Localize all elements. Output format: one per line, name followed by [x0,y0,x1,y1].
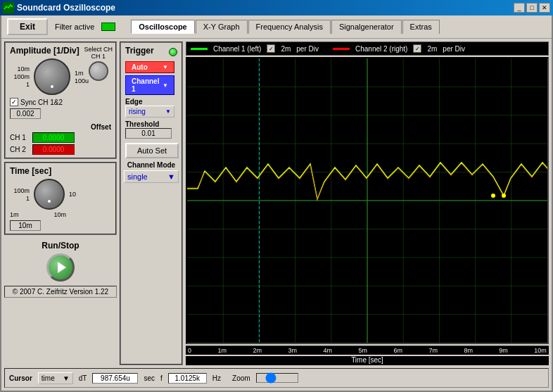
app-title: Soundcard Oszilloscope [17,3,115,13]
trigger-channel-label: Channel 1 [132,77,163,93]
time-tick-9m: 9m [499,347,508,354]
channel-mode-arrow: ▼ [167,172,175,181]
time-tick-5m: 5m [358,347,367,354]
ch1-offset-input[interactable]: 0.0000 [32,132,75,143]
run-stop-section: Run/Stop [4,241,117,282]
time-axis: 0 1m 2m 3m 4m 5m 6m 7m 8m 9m 10m [186,346,549,355]
exit-button[interactable]: Exit [7,18,48,35]
cursor-mode-label: time [42,374,55,382]
sync-checkbox[interactable]: ✓ [10,98,18,106]
time-title: Time [sec] [10,166,111,176]
time-panel: Time [sec] 100m 1 10 1m 10m [4,162,117,235]
time-tick-4m: 4m [323,347,332,354]
ch1-indicator [89,61,108,81]
filter-indicator [101,23,115,31]
time-label-10m: 10m [53,211,66,218]
cursor-dropdown-arrow: ▼ [63,374,70,382]
ch2-per-div-label: per Div [443,45,465,53]
f-value: 1.0125k [168,373,207,384]
tab-frequency-analysis[interactable]: Frequency Analysis [248,20,331,34]
run-stop-label: Run/Stop [42,241,79,251]
edge-dropdown[interactable]: rising ▼ [125,106,174,118]
ch2-visibility-checkbox[interactable]: ✓ [413,44,421,53]
time-tick-1m: 1m [217,347,227,354]
tab-xy-graph[interactable]: X-Y Graph [196,20,248,34]
ch2-offset-input[interactable]: 0.0000 [32,144,75,155]
svg-point-22 [491,194,495,198]
time-knob[interactable] [34,179,65,210]
amplitude-knob[interactable] [34,58,70,95]
time-tick-0: 0 [188,347,191,354]
select-ch-label: Select CH [84,46,113,53]
ch2-bar-label: Channel 2 (right) [355,45,407,53]
trigger-channel-arrow: ▼ [163,82,168,89]
ch1-per-div: 2m [281,45,291,53]
oscilloscope-grid [187,58,547,343]
auto-set-button[interactable]: Auto Set [125,143,179,158]
amp-label-10m: 10m [17,65,30,72]
time-label-1: 1 [26,195,30,202]
edge-label: rising [129,108,146,115]
tab-oscilloscope[interactable]: Oscilloscope [131,20,194,34]
run-stop-button[interactable] [46,253,75,282]
select-ch-area: Select CH CH 1 [84,46,113,81]
time-tick-7m: 7m [428,347,438,354]
offset-title: Offset [10,123,111,131]
cursor-label: Cursor [9,374,32,382]
trigger-mode-arrow: ▼ [163,64,168,70]
ch1-label: CH 1 [91,53,106,60]
trigger-mode-label: Auto [132,63,148,71]
channel-mode-value: single [127,172,148,181]
f-label: f [160,374,163,382]
copyright: © 2007 C. Zeifritz Version 1.22 [4,286,117,298]
close-button[interactable]: ✕ [539,3,550,13]
trigger-panel: Trigger Auto ▼ Channel 1 ▼ Edge [120,42,183,365]
threshold-input[interactable] [125,128,172,139]
cursor-dropdown[interactable]: time ▼ [38,372,73,384]
dt-value: 987.654u [92,373,138,384]
time-axis-label: Time [sec] [351,356,383,364]
ch1-visibility-checkbox[interactable]: ✓ [267,44,275,53]
oscilloscope-display [186,57,549,344]
svg-point-23 [502,194,506,198]
edge-arrow: ▼ [165,108,171,115]
amp-label-1: 1 [26,81,30,88]
channel-mode-title: Channel Mode [127,161,175,169]
sync-row[interactable]: ✓ Sync CH 1&2 [10,98,111,106]
app-icon [3,2,14,13]
channel-mode-dropdown[interactable]: single ▼ [124,170,179,183]
time-small-val[interactable] [10,220,41,231]
ch2-line-indicator [333,48,350,50]
sync-label: Sync CH 1&2 [20,99,63,106]
time-tick-10m: 10m [534,347,547,354]
time-tick-3m: 3m [288,347,297,354]
time-label-10: 10 [69,191,76,198]
bottom-bar: Cursor time ▼ dT 987.654u sec f 1.0125k … [4,368,549,388]
time-tick-6m: 6m [393,347,402,354]
threshold-title: Threshold [125,120,177,128]
trigger-title: Trigger [125,46,154,56]
trigger-mode-dropdown[interactable]: Auto ▼ [125,61,174,73]
amplitude-small-val[interactable] [10,108,41,119]
ch1-line-indicator [191,48,208,50]
dt-label: dT [79,374,87,382]
channel-bar: Channel 1 (left) ✓ 2m per Div Channel 2 … [186,42,549,56]
tab-extras[interactable]: Extras [402,20,440,34]
zoom-slider[interactable] [256,373,298,383]
trigger-channel-dropdown[interactable]: Channel 1 ▼ [125,75,174,95]
time-label-100m: 100m [13,187,30,194]
amp-label-100m: 100m [13,73,30,80]
tab-signalgenerator[interactable]: Signalgenerator [331,20,402,34]
play-icon [58,262,66,273]
maximize-button[interactable]: □ [526,3,538,13]
title-bar: Soundcard Oszilloscope _ □ ✕ [0,0,553,15]
amplitude-panel: Amplitude [1/Div] 10m 100m 1 1m [4,42,117,159]
minimize-button[interactable]: _ [514,3,525,13]
zoom-label: Zoom [232,374,250,382]
time-tick-8m: 8m [464,347,473,354]
ch1-offset-label: CH 1 [10,134,30,141]
ch2-offset-label: CH 2 [10,146,30,153]
trigger-led [169,48,177,56]
hz-label: Hz [212,374,221,382]
time-tick-2m: 2m [253,347,262,354]
